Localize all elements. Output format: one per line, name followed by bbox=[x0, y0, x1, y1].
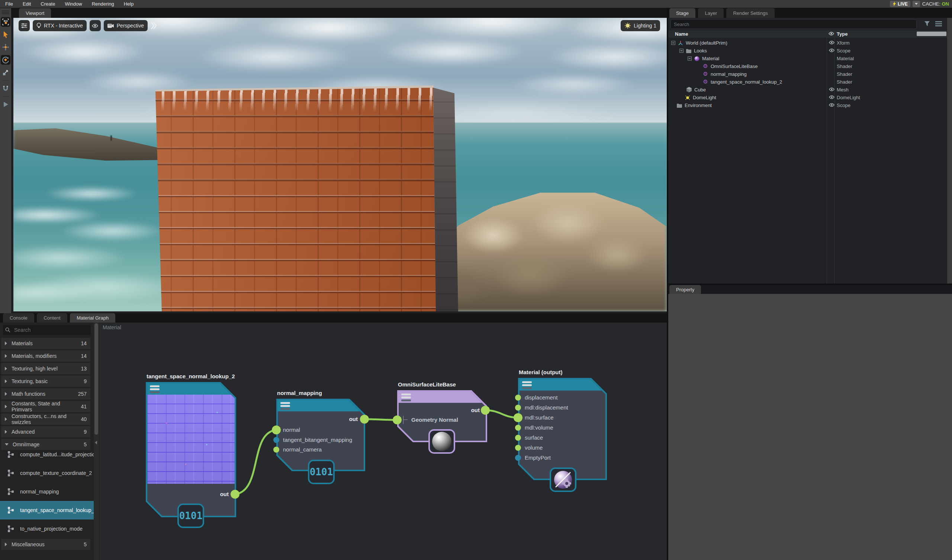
rotate-tool-button[interactable] bbox=[1, 55, 11, 65]
category-materials[interactable]: Materials 14 bbox=[1, 338, 90, 349]
toolbar-drag-handle[interactable] bbox=[2, 11, 9, 14]
graph-node-tangent-lookup[interactable]: out bbox=[146, 382, 236, 517]
node-menu-icon[interactable] bbox=[280, 402, 290, 411]
prim-label[interactable]: Cube bbox=[694, 87, 706, 93]
node-badge-0101[interactable]: 0101 bbox=[178, 503, 204, 528]
panel-divider-horizontal[interactable] bbox=[668, 284, 952, 285]
prim-label[interactable]: Material bbox=[702, 56, 719, 61]
category-constants[interactable]: Constants, State and Primvars 41 bbox=[1, 401, 90, 412]
list-item-to-native-projection-mode[interactable]: to_native_projection_mode bbox=[0, 520, 94, 538]
eye-icon[interactable] bbox=[829, 48, 835, 54]
eye-icon[interactable] bbox=[829, 40, 835, 46]
tree-row-domelight[interactable]: DomeLight DomeLight bbox=[668, 94, 946, 102]
tree-row-looks[interactable]: Looks Scope bbox=[668, 47, 946, 55]
live-button[interactable]: LIVE bbox=[890, 1, 910, 7]
menu-file[interactable]: File bbox=[5, 1, 13, 7]
wire-tangent-to-normal[interactable] bbox=[235, 430, 276, 494]
prim-label[interactable]: DomeLight bbox=[693, 95, 716, 100]
prim-label[interactable]: Environment bbox=[685, 103, 712, 108]
tree-row-tangent-lookup[interactable]: ⚙ tangent_space_normal_lookup_2 Shader bbox=[668, 78, 946, 86]
move-tool-button[interactable] bbox=[1, 42, 11, 52]
list-scrollbar-thumb[interactable] bbox=[94, 323, 98, 435]
node-badge-0101[interactable]: 0101 bbox=[308, 460, 335, 484]
list-item-compute-latitude[interactable]: compute_latitud...itude_projection bbox=[0, 446, 94, 463]
eye-icon[interactable] bbox=[829, 87, 835, 93]
node-title-tangent[interactable]: tangent_space_normal_lookup_2 bbox=[147, 373, 235, 380]
node-menu-icon[interactable] bbox=[522, 381, 532, 390]
wire-normal-to-omnisurface[interactable] bbox=[365, 419, 397, 420]
prim-label[interactable]: Looks bbox=[694, 48, 707, 54]
node-title-normal-mapping[interactable]: normal_mapping bbox=[277, 390, 322, 396]
menu-rendering[interactable]: Rendering bbox=[92, 1, 114, 7]
menu-create[interactable]: Create bbox=[40, 1, 55, 7]
tab-render-settings[interactable]: Render Settings bbox=[726, 8, 774, 18]
category-texturing-basic[interactable]: Texturing, basic 9 bbox=[1, 376, 90, 387]
prim-label[interactable]: normal_mapping bbox=[711, 71, 747, 77]
collapse-icon[interactable] bbox=[688, 57, 692, 60]
visibility-button[interactable] bbox=[90, 20, 101, 31]
menu-window[interactable]: Window bbox=[65, 1, 82, 7]
prim-label[interactable]: World (defaultPrim) bbox=[686, 40, 727, 46]
node-title-omnisurfacelitebase[interactable]: OmniSurfaceLiteBase bbox=[398, 381, 456, 387]
prim-label[interactable]: tangent_space_normal_lookup_2 bbox=[711, 79, 782, 85]
stage-search-input[interactable] bbox=[671, 19, 916, 29]
renderer-button[interactable]: RTX - Interactive bbox=[33, 20, 87, 31]
node-badge-sphere-preview[interactable] bbox=[428, 429, 455, 454]
play-button[interactable] bbox=[1, 100, 11, 109]
menu-edit[interactable]: Edit bbox=[23, 1, 31, 7]
node-title-material-output[interactable]: Material (output) bbox=[519, 369, 563, 375]
viewport-3d[interactable]: RTX - Interactive Perspective bbox=[13, 18, 667, 312]
selection-mode-button[interactable] bbox=[1, 17, 11, 27]
stage-options-icon[interactable] bbox=[935, 21, 942, 27]
select-tool-button[interactable] bbox=[1, 30, 11, 39]
node-search-input[interactable] bbox=[3, 325, 91, 335]
tree-row-normal-mapping[interactable]: ⚙ normal_mapping Shader bbox=[668, 70, 946, 78]
tab-content[interactable]: Content bbox=[37, 313, 67, 322]
camera-button[interactable]: Perspective bbox=[104, 20, 148, 31]
category-advanced[interactable]: Advanced 9 bbox=[1, 426, 90, 437]
node-menu-icon[interactable] bbox=[401, 393, 411, 403]
snap-tool-button[interactable] bbox=[1, 83, 11, 93]
tab-material-graph[interactable]: Material Graph bbox=[70, 313, 115, 322]
list-item-tangent-space-normal-lookup[interactable]: tangent_space_normal_lookup_2 bbox=[0, 501, 94, 520]
tab-property[interactable]: Property bbox=[669, 285, 701, 294]
tab-stage[interactable]: Stage bbox=[669, 8, 695, 18]
graph-node-material-output[interactable]: displacement mdl:displacement mdl:surfac… bbox=[518, 378, 607, 480]
expand-toolbar-icon[interactable] bbox=[151, 21, 156, 30]
scale-tool-button[interactable] bbox=[1, 68, 11, 77]
menu-help[interactable]: Help bbox=[124, 1, 134, 7]
category-constructors[interactable]: Constructors, c...ns and swizzles 40 bbox=[1, 413, 90, 425]
tree-row-environment[interactable]: Environment Scope bbox=[668, 102, 946, 109]
wire-omnisurface-to-material[interactable] bbox=[485, 410, 518, 418]
tree-row-world[interactable]: World (defaultPrim) Xform bbox=[668, 39, 946, 47]
live-dropdown-button[interactable] bbox=[913, 1, 920, 7]
list-item-normal-mapping[interactable]: normal_mapping bbox=[0, 483, 94, 501]
tab-viewport[interactable]: Viewport bbox=[19, 8, 51, 18]
category-miscellaneous[interactable]: Miscellaneous 5 bbox=[1, 539, 90, 550]
material-graph-canvas[interactable]: Material tangent_space_normal_lookup_2 n… bbox=[100, 322, 667, 560]
collapse-icon[interactable] bbox=[679, 49, 683, 53]
category-materials-modifiers[interactable]: Materials, modifiers 14 bbox=[1, 350, 90, 362]
node-menu-icon[interactable] bbox=[150, 385, 159, 394]
brick-cube-front[interactable] bbox=[151, 85, 441, 312]
category-math-functions[interactable]: Math functions 257 bbox=[1, 388, 90, 400]
tab-console[interactable]: Console bbox=[3, 313, 34, 322]
tab-layer[interactable]: Layer bbox=[698, 8, 724, 18]
category-texturing-high[interactable]: Texturing, high level 13 bbox=[1, 363, 90, 374]
viewport-settings-button[interactable] bbox=[19, 20, 30, 31]
eye-icon[interactable] bbox=[829, 103, 835, 108]
collapse-icon[interactable] bbox=[671, 41, 675, 45]
tree-row-omnisurfacelitebase[interactable]: ⚙ OmniSurfaceLiteBase Shader bbox=[668, 62, 946, 70]
column-type[interactable]: Type bbox=[837, 31, 847, 37]
prim-label[interactable]: OmniSurfaceLiteBase bbox=[711, 63, 757, 69]
tree-row-material[interactable]: Material Material bbox=[668, 55, 946, 62]
lighting-button[interactable]: Lighting 1 bbox=[621, 20, 660, 31]
panel-collapse-arrow[interactable] bbox=[95, 441, 97, 444]
stage-scrollbar-thumb[interactable] bbox=[916, 32, 946, 36]
list-item-compute-texture-coordinate[interactable]: compute_texture_coordinate_2 bbox=[0, 464, 94, 482]
node-badge-material-preview[interactable] bbox=[550, 467, 576, 492]
filter-icon[interactable] bbox=[924, 21, 930, 27]
eye-icon[interactable] bbox=[829, 95, 835, 100]
column-name[interactable]: Name bbox=[675, 31, 688, 37]
tree-row-cube[interactable]: Cube Mesh bbox=[668, 86, 946, 94]
